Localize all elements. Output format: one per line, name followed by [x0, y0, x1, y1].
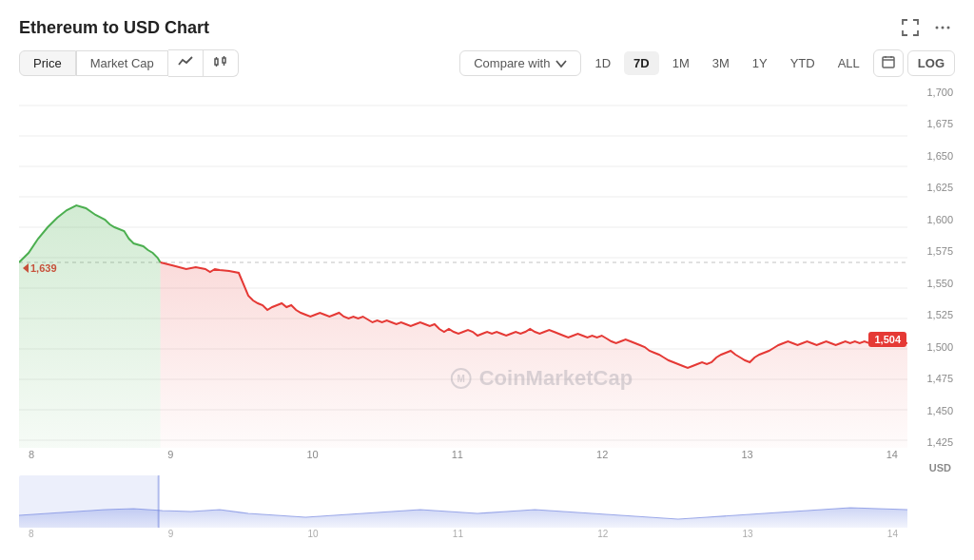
svg-rect-6	[223, 58, 225, 63]
time-1m-button[interactable]: 1M	[663, 51, 699, 75]
time-1d-button[interactable]: 1D	[585, 51, 620, 75]
x-axis: 8 9 10 11 12 13 14	[19, 449, 907, 460]
fullscreen-button[interactable]	[898, 15, 923, 40]
currency-label-row: USD	[19, 462, 955, 473]
main-chart-area: 1,700 1,675 1,650 1,625 1,600 1,575 1,55…	[19, 87, 955, 448]
more-options-button[interactable]	[930, 15, 955, 40]
line-chart-icon-btn[interactable]	[168, 49, 204, 77]
chart-title: Ethereum to USD Chart	[19, 18, 209, 38]
price-tab[interactable]: Price	[19, 50, 76, 76]
svg-point-0	[936, 27, 939, 29]
svg-point-2	[947, 27, 950, 29]
compare-button[interactable]: Compare with	[459, 50, 581, 76]
log-button[interactable]: LOG	[907, 50, 955, 76]
svg-rect-3	[215, 59, 218, 65]
candle-chart-icon-btn[interactable]	[204, 49, 239, 77]
chart-container: Ethereum to USD Chart Price Market Cap	[0, 0, 974, 560]
svg-rect-33	[158, 475, 160, 528]
price-chart-svg	[19, 87, 907, 448]
svg-rect-9	[883, 57, 894, 68]
svg-marker-27	[19, 205, 161, 448]
time-7d-button[interactable]: 7D	[624, 51, 659, 75]
svg-point-1	[942, 27, 945, 29]
y-axis-labels: 1,700 1,675 1,650 1,625 1,600 1,575 1,55…	[907, 87, 955, 448]
mini-x-axis: 8 9 10 11 12 13 14	[19, 529, 907, 539]
calendar-button[interactable]	[873, 49, 904, 77]
mini-chart-svg	[19, 475, 907, 528]
svg-rect-32	[19, 475, 158, 528]
toolbar-row: Price Market Cap Compare with	[19, 49, 955, 77]
time-ytd-button[interactable]: YTD	[781, 51, 825, 75]
time-all-button[interactable]: ALL	[828, 51, 869, 75]
svg-marker-28	[161, 262, 907, 448]
time-3m-button[interactable]: 3M	[703, 51, 739, 75]
time-period-controls: Compare with 1D 7D 1M 3M 1Y YTD ALL LOG	[459, 49, 955, 77]
header-actions	[898, 15, 955, 40]
time-1y-button[interactable]: 1Y	[743, 51, 777, 75]
end-price-label: 1,504	[868, 332, 906, 347]
market-cap-tab[interactable]: Market Cap	[76, 50, 168, 76]
header-row: Ethereum to USD Chart	[19, 15, 955, 40]
chart-type-tabs: Price Market Cap	[19, 49, 239, 77]
mini-chart-area: 8 9 10 11 12 13 14	[19, 475, 955, 532]
